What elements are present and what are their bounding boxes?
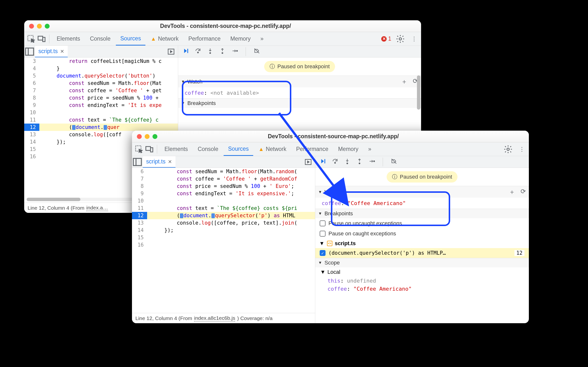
line-number[interactable]: 15 [24,146,39,153]
resume-icon[interactable] [183,48,189,56]
code-line[interactable]: 9 const endingText = 'It is expe [24,102,178,109]
zoom-icon[interactable] [152,134,157,139]
settings-icon[interactable] [396,34,405,44]
step-out-icon[interactable] [356,158,363,166]
tab-elements[interactable]: Elements [160,142,192,156]
line-number[interactable]: 4 [24,65,39,72]
tab-elements[interactable]: Elements [52,32,85,46]
refresh-icon[interactable]: ⟳ [521,188,526,196]
error-badge[interactable]: ✕1 [381,35,391,42]
line-number[interactable]: 9 [24,102,39,109]
code-line[interactable]: 9 const endingText = 'It is expensive.'; [132,190,315,197]
run-snippet-icon[interactable] [304,158,315,166]
line-number[interactable]: 14 [24,138,39,146]
line-number[interactable]: 11 [132,205,147,212]
close-tab-icon[interactable]: ✕ [168,159,172,165]
line-number[interactable]: 5 [24,72,39,80]
line-number[interactable]: 6 [24,80,39,87]
resume-icon[interactable] [320,158,326,166]
code-line[interactable]: 10 [132,197,315,205]
line-number[interactable]: 11 [24,116,39,124]
line-number[interactable]: 13 [132,219,147,227]
file-tab-script[interactable]: script.ts✕ [143,156,175,168]
close-tab-icon[interactable]: ✕ [60,48,64,54]
close-icon[interactable] [137,134,142,139]
minimize-icon[interactable] [37,24,42,29]
code-line[interactable]: 7 const coffee = 'Coffee ' + getRandomCo… [132,175,315,183]
line-number[interactable]: 8 [132,183,147,190]
code-line[interactable]: 6 const seedNum = Math.floor(Mat [24,80,178,87]
add-watch-icon[interactable]: ＋ [509,188,515,196]
deactivate-breakpoints-icon[interactable] [391,158,397,166]
step-over-icon[interactable] [195,48,201,56]
step-icon[interactable] [369,158,375,166]
step-over-icon[interactable] [332,158,338,166]
step-into-icon[interactable] [344,158,350,166]
tab-sources[interactable]: Sources [224,142,253,156]
code-line[interactable]: 8 const price = seedNum % 100 + ' Euro'; [132,183,315,190]
step-out-icon[interactable] [219,48,226,56]
line-number[interactable]: 16 [24,153,39,160]
sourcemap-link[interactable]: index.a… [86,205,108,211]
deactivate-breakpoints-icon[interactable] [254,48,260,56]
line-number[interactable]: 10 [132,197,147,205]
line-number[interactable]: 7 [132,175,147,183]
tab-network[interactable]: ▲Network [254,142,291,156]
checkbox-icon[interactable] [320,231,326,237]
breakpoints-header[interactable]: ▼Breakpoints [315,209,529,218]
pause-uncaught-row[interactable]: Pause on uncaught exceptions [315,218,529,229]
checkbox-icon[interactable] [320,220,326,226]
file-tab-script[interactable]: script.ts✕ [35,46,68,57]
line-number[interactable]: 10 [24,109,39,116]
settings-icon[interactable] [503,145,513,154]
code-line[interactable]: 8 const price = seedNum % 100 + [24,94,178,102]
watch-header[interactable]: ▼Watch ＋⟳ [178,76,421,87]
line-number[interactable]: 15 [132,234,147,241]
step-icon[interactable] [231,48,238,56]
minimize-icon[interactable] [145,134,150,139]
line-number[interactable]: 9 [132,190,147,197]
kebab-icon[interactable]: ⋮ [517,145,526,154]
zoom-icon[interactable] [45,24,50,29]
line-number[interactable]: 13 [24,131,39,138]
tab-network[interactable]: ▲Network [146,32,183,46]
add-watch-icon[interactable]: ＋ [401,77,407,86]
tab-performance[interactable]: Performance [184,32,225,46]
tab-console[interactable]: Console [193,142,223,156]
tab-sources[interactable]: Sources [116,32,145,46]
navigator-icon[interactable] [24,46,35,57]
device-icon[interactable] [37,34,46,44]
scope-local[interactable]: ▼Local [315,267,529,277]
tab-memory[interactable]: Memory [334,142,363,156]
code-line[interactable]: 5 document.querySelector('button') [24,72,178,80]
navigator-icon[interactable] [132,157,143,167]
pause-caught-row[interactable]: Pause on caught exceptions [315,229,529,239]
code-line[interactable]: 6 const seedNum = Math.floor(Math.random… [132,168,315,175]
code-line[interactable]: 7 const coffee = 'Coffee ' + get [24,87,178,94]
run-snippet-icon[interactable] [167,48,178,56]
kebab-icon[interactable]: ⋮ [409,34,419,44]
tabs-overflow[interactable]: » [364,142,376,156]
code-editor[interactable]: 6 const seedNum = Math.floor(Math.random… [132,168,315,313]
checkbox-checked-icon[interactable]: ✓ [320,250,326,256]
code-line[interactable]: 13 console.log([coffee, price, text].joi… [132,219,315,227]
close-icon[interactable] [29,24,34,29]
line-number[interactable]: 14 [132,227,147,234]
device-icon[interactable] [145,145,154,154]
code-line[interactable]: 15 [132,234,315,241]
scope-header[interactable]: ▼Scope [315,258,529,267]
line-number[interactable]: 3 [24,57,39,65]
sourcemap-link[interactable]: index.a8c1ec6b.js [194,315,235,321]
breakpoints-header[interactable]: ▼Breakpoints [178,99,421,108]
breakpoint-gutter[interactable]: 12 [132,212,147,219]
breakpoint-gutter[interactable]: 12 [24,124,39,131]
inspect-icon[interactable] [134,145,144,154]
tab-console[interactable]: Console [86,32,115,46]
code-line[interactable]: 16 [132,241,315,249]
code-line[interactable]: 3 return coffeeList[magicNum % c [24,57,178,65]
code-line[interactable]: 10 [24,109,178,116]
code-line[interactable]: 11 const text = `The ${coffee} costs ${p… [132,205,315,212]
code-line[interactable]: 12 (document.quer [24,124,178,131]
code-line[interactable]: 12 (document.querySelector('p') as HTML [132,212,315,219]
line-number[interactable]: 7 [24,87,39,94]
